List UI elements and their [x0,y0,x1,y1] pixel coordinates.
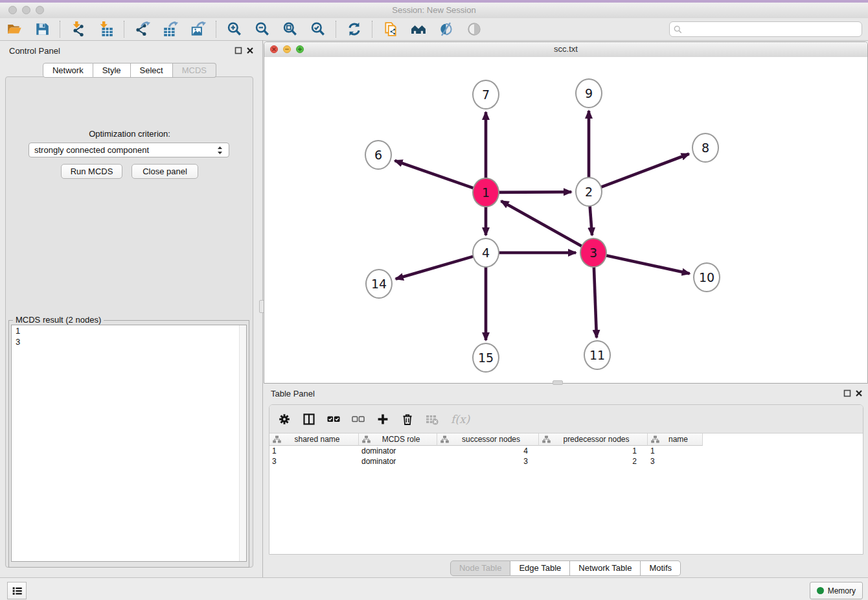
home-button[interactable] [404,19,432,39]
show-columns-icon [303,413,315,426]
table-close-icon[interactable] [855,389,863,397]
table-row[interactable]: 3dominator323 [269,456,703,467]
select-all-columns-button[interactable] [321,408,346,430]
run-mcds-button[interactable]: Run MCDS [61,164,122,179]
hide-details-button[interactable] [432,19,460,39]
edge-2-3[interactable] [590,205,593,235]
delete-table-icon [426,413,439,426]
deselect-all-columns-button[interactable] [346,408,371,430]
edge-3-10[interactable] [606,255,690,273]
tab-node-table[interactable]: Node Table [450,560,511,576]
tab-motifs[interactable]: Motifs [641,560,681,576]
tab-edge-table[interactable]: Edge Table [510,560,570,576]
graph-node-3[interactable]: 3 [580,238,607,268]
tab-network-table[interactable]: Network Table [570,560,641,576]
graph-node-8[interactable]: 8 [692,133,719,163]
clone-network-button[interactable] [376,19,404,39]
close-panel-button[interactable]: Close panel [131,164,198,179]
cell-successor-nodes[interactable]: 3 [437,456,539,467]
network-title: scc.txt [264,44,867,54]
control-panel-tabbar: NetworkStyleSelectMCDS [0,63,259,78]
export-network-button[interactable] [128,19,156,39]
zoom-fit-button[interactable] [276,19,304,39]
graph-node-2[interactable]: 2 [575,177,602,207]
export-table-button[interactable] [156,19,184,39]
network-canvas[interactable]: 7968124314101511 [264,57,867,383]
import-network-button[interactable] [64,19,92,39]
zoom-out-button[interactable] [248,19,276,39]
graph-node-15[interactable]: 15 [472,343,499,373]
column-header-shared-name[interactable]: shared name [269,433,359,446]
edge-1-6[interactable] [395,161,474,189]
column-header-name[interactable]: name [648,433,703,446]
import-table-icon [98,21,114,37]
graph-node-14[interactable]: 14 [365,269,393,299]
memory-button[interactable]: Memory [810,582,863,599]
add-column-button[interactable] [371,408,395,430]
export-table-icon [163,21,178,37]
table-toolbar: f(x) [269,405,863,433]
mcds-result-textarea[interactable]: 13 [11,325,247,562]
graph-node-6[interactable]: 6 [365,140,392,170]
table-row[interactable]: 1dominator411 [269,446,703,456]
tab-select[interactable]: Select [131,63,173,78]
edge-3-1[interactable] [501,201,582,246]
open-folder-button[interactable] [0,19,28,39]
column-header-predecessor-nodes[interactable]: predecessor nodes [539,433,648,446]
mcds-result-group: MCDS result (2 nodes) 13 [8,320,249,568]
edge-4-14[interactable] [396,257,474,279]
graph-node-4[interactable]: 4 [472,238,499,268]
search-icon [674,25,682,34]
table-float-icon[interactable] [843,389,851,397]
memory-label: Memory [828,586,856,595]
tab-mcds[interactable]: MCDS [173,63,216,78]
cell-predecessor-nodes[interactable]: 1 [539,446,648,456]
cell-name[interactable]: 3 [648,456,703,467]
task-history-button[interactable] [7,582,27,599]
toolbar-separator [372,21,372,38]
save-session-button[interactable] [28,19,56,39]
cell-shared-name[interactable]: 1 [269,446,359,456]
node-table-container: f(x) shared nameMCDS rolesuccessor nodes… [269,404,863,555]
network-window-titlebar[interactable]: scc.txt [264,42,867,58]
export-image-button[interactable] [184,19,212,39]
result-scrollbar[interactable] [239,325,246,561]
cell-MCDS-role[interactable]: dominator [359,446,437,456]
birdseye-button[interactable] [460,19,488,39]
edge-3-11[interactable] [594,266,597,338]
search-input[interactable] [685,24,862,34]
close-panel-icon[interactable] [246,47,254,54]
graph-node-9[interactable]: 9 [575,78,602,108]
cell-name[interactable]: 1 [648,446,703,456]
canvas-scroll-grip[interactable] [553,380,563,385]
import-table-button[interactable] [92,19,120,39]
apply-layout-button[interactable] [340,19,368,39]
column-header-successor-nodes[interactable]: successor nodes [437,433,539,446]
cell-MCDS-role[interactable]: dominator [359,456,437,467]
cell-successor-nodes[interactable]: 4 [437,446,539,456]
delete-column-button[interactable] [395,408,420,430]
settings-gear-button[interactable] [272,408,297,430]
column-type-icon [273,435,281,443]
edge-1-2[interactable] [499,192,571,192]
graph-node-7[interactable]: 7 [472,80,499,110]
zoom-in-button[interactable] [220,19,248,39]
show-columns-button[interactable] [297,408,321,430]
edge-2-8[interactable] [601,154,689,187]
settings-gear-icon [278,413,291,426]
column-header-MCDS-role[interactable]: MCDS role [359,433,437,446]
open-folder-icon [6,21,22,37]
zoom-selected-button[interactable] [304,19,332,39]
column-label: predecessor nodes [551,435,647,444]
optimization-criterion-dropdown[interactable]: strongly connected component [29,143,229,157]
tab-style[interactable]: Style [93,63,131,78]
search-field[interactable] [669,21,862,37]
float-panel-icon[interactable] [234,47,242,54]
graph-node-1[interactable]: 1 [472,178,499,207]
graph-node-10[interactable]: 10 [693,262,720,292]
cell-shared-name[interactable]: 3 [269,456,359,467]
column-label: successor nodes [449,435,538,444]
tab-network[interactable]: Network [43,63,93,78]
cell-predecessor-nodes[interactable]: 2 [539,456,648,467]
graph-node-11[interactable]: 11 [584,340,611,370]
